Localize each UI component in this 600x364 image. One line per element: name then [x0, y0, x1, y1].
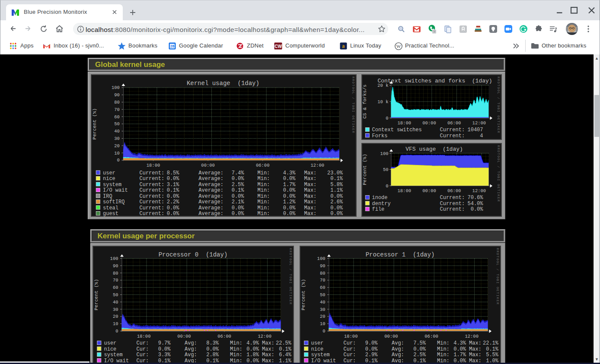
svg-text:Current:: Current:	[139, 170, 164, 176]
svg-text:system: system	[104, 352, 122, 358]
svg-text:Avg:: Avg:	[185, 346, 197, 352]
svg-text:50: 50	[112, 292, 118, 298]
svg-text:2.9%: 2.9%	[365, 352, 378, 358]
svg-text:06:00: 06:00	[217, 333, 231, 339]
svg-text:Average:: Average:	[198, 193, 223, 199]
svg-text:Current:: Current:	[139, 193, 164, 199]
svg-text:100: 100	[110, 256, 118, 261]
svg-text:Max:: Max:	[304, 205, 316, 211]
svg-text:0.0%: 0.0%	[166, 176, 179, 182]
svg-text:06:00: 06:00	[447, 188, 461, 193]
svg-text:00:00: 00:00	[201, 162, 215, 168]
svg-text:18:00: 18:00	[344, 333, 357, 339]
svg-text:4: 4	[480, 133, 483, 139]
svg-text:Cur:: Cur:	[343, 340, 356, 346]
svg-text:Max:: Max:	[262, 346, 274, 352]
svg-text:Average:: Average:	[198, 181, 223, 187]
svg-text:Current:: Current:	[139, 205, 164, 211]
svg-text:Min:: Min:	[257, 187, 270, 193]
svg-text:Max:: Max:	[304, 181, 316, 187]
svg-text:Average:: Average:	[198, 176, 223, 182]
svg-text:0: 0	[386, 183, 388, 188]
svg-text:90: 90	[319, 263, 325, 268]
svg-text:10: 10	[112, 321, 118, 326]
svg-text:90: 90	[112, 263, 118, 268]
svg-text:5.8%: 5.8%	[330, 181, 343, 187]
svg-text:system: system	[311, 352, 329, 358]
svg-text:9.7%: 9.7%	[158, 340, 171, 346]
svg-text:user: user	[104, 340, 116, 346]
svg-text:4.3%: 4.3%	[283, 170, 296, 176]
svg-text:Min:: Min:	[230, 352, 243, 358]
svg-text:Avg:: Avg:	[185, 340, 197, 346]
svg-text:90: 90	[114, 92, 120, 98]
svg-text:Min:: Min:	[257, 205, 270, 211]
svg-text:0.0%: 0.0%	[166, 205, 179, 211]
svg-text:2.6%: 2.6%	[330, 199, 343, 205]
svg-text:0.0%: 0.0%	[470, 206, 483, 212]
svg-text:06:00: 06:00	[447, 120, 461, 125]
svg-text:4.3%: 4.3%	[453, 340, 466, 346]
svg-text:9.0%: 9.0%	[365, 340, 378, 346]
svg-text:Avg:: Avg:	[392, 340, 404, 346]
svg-text:Max:: Max:	[469, 346, 482, 352]
svg-text:user: user	[103, 170, 115, 176]
svg-text:0.0%: 0.0%	[330, 205, 343, 211]
svg-text:Min:: Min:	[257, 176, 270, 182]
svg-text:0.0%: 0.0%	[413, 346, 426, 352]
svg-text:70.6%: 70.6%	[467, 195, 483, 201]
svg-text:Min:: Min:	[437, 352, 450, 358]
svg-text:12:00: 12:00	[472, 188, 486, 193]
svg-text:nice: nice	[311, 346, 323, 352]
svg-text:Current:: Current:	[440, 133, 465, 139]
svg-text:54.0%: 54.0%	[467, 200, 483, 206]
svg-text:50: 50	[114, 121, 120, 127]
svg-text:steal: steal	[103, 205, 118, 211]
svg-text:0.0%: 0.0%	[330, 211, 343, 217]
svg-text:00:00: 00:00	[384, 333, 398, 339]
svg-text:0.0%: 0.0%	[246, 346, 259, 352]
svg-text:10: 10	[319, 321, 325, 326]
svg-text:Avg:: Avg:	[185, 352, 197, 358]
svg-text:2.2%: 2.2%	[166, 199, 179, 205]
svg-text:Average:: Average:	[198, 170, 223, 176]
svg-text:Kernel usage (1day): Kernel usage (1day)	[186, 79, 259, 86]
svg-text:guest: guest	[103, 211, 118, 217]
svg-text:nice: nice	[103, 176, 115, 182]
svg-text:4.9%: 4.9%	[246, 340, 259, 346]
svg-text:Max:: Max:	[262, 340, 274, 346]
svg-text:system: system	[103, 181, 121, 187]
svg-text:10407: 10407	[467, 127, 483, 133]
svg-text:100: 100	[317, 256, 325, 261]
svg-text:Average:: Average:	[198, 205, 223, 211]
svg-text:Current:: Current:	[139, 199, 164, 205]
svg-text:23.0%: 23.0%	[327, 170, 343, 176]
svg-text:Min:: Min:	[257, 193, 270, 199]
svg-text:Processor 1 (1day): Processor 1 (1day)	[365, 251, 434, 258]
svg-text:0.0%: 0.0%	[231, 193, 244, 199]
svg-text:Max:: Max:	[469, 340, 482, 346]
svg-text:70: 70	[319, 278, 325, 283]
svg-text:0.0%: 0.0%	[283, 187, 296, 193]
svg-text:Percent (%): Percent (%)	[362, 154, 367, 185]
svg-text:I/O wait: I/O wait	[103, 187, 128, 193]
svg-text:Current:: Current:	[440, 195, 465, 201]
svg-text:nice: nice	[104, 346, 116, 352]
svg-text:10 k: 10 k	[377, 99, 388, 104]
svg-text:Cur:: Cur:	[343, 352, 356, 358]
svg-text:inode: inode	[372, 195, 387, 201]
svg-text:Cur:: Cur:	[136, 346, 149, 352]
svg-text:12:00: 12:00	[258, 333, 271, 339]
svg-text:8.5%: 8.5%	[166, 170, 179, 176]
svg-text:Max:: Max:	[304, 176, 316, 182]
svg-text:Min:: Min:	[437, 340, 450, 346]
svg-text:12:00: 12:00	[310, 162, 324, 168]
svg-text:Min:: Min:	[257, 199, 270, 205]
svg-text:Current:: Current:	[139, 187, 164, 193]
svg-text:0.0%: 0.0%	[283, 211, 296, 217]
svg-text:0.0%: 0.0%	[166, 211, 179, 217]
svg-text:22.1%: 22.1%	[482, 340, 498, 346]
svg-text:Current:: Current:	[139, 176, 164, 182]
svg-text:80: 80	[114, 100, 120, 105]
svg-text:12:00: 12:00	[465, 333, 479, 339]
